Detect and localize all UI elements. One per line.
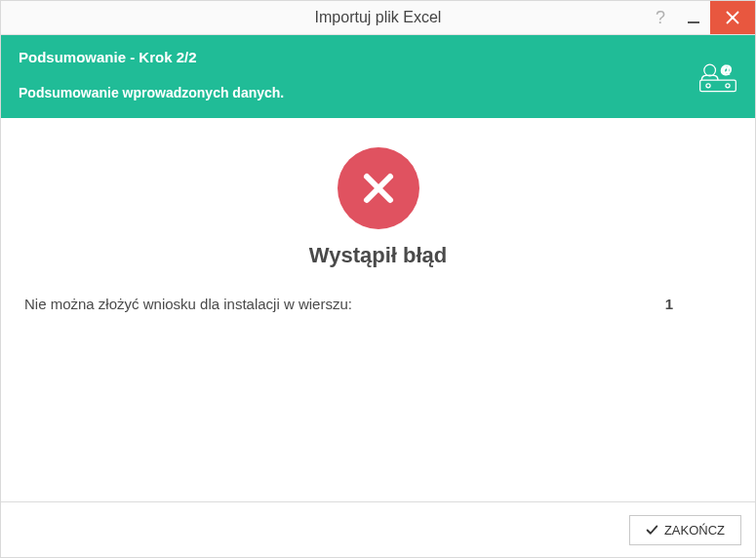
svg-point-3 <box>704 64 716 76</box>
minimize-icon <box>688 21 699 23</box>
help-button[interactable]: ? <box>644 1 677 34</box>
svg-text:@: @ <box>720 62 732 75</box>
check-icon <box>646 524 658 537</box>
wizard-subtitle: Podsumowanie wprowadzonych danych. <box>19 85 737 100</box>
window-controls: ? <box>644 1 755 34</box>
svg-point-6 <box>726 83 730 87</box>
wizard-header: Podsumowanie - Krok 2/2 Podsumowanie wpr… <box>1 35 755 118</box>
svg-rect-2 <box>700 80 736 92</box>
svg-point-5 <box>706 83 710 87</box>
contact-card-icon: @ <box>698 56 737 99</box>
error-message: Nie można złożyć wniosku dla instalacji … <box>24 296 352 312</box>
window-title: Importuj plik Excel <box>1 9 755 26</box>
finish-button-label: ZAKOŃCZ <box>664 523 725 538</box>
titlebar: Importuj plik Excel ? <box>1 1 755 35</box>
error-icon <box>338 147 419 229</box>
finish-button[interactable]: ZAKOŃCZ <box>629 515 741 545</box>
close-button[interactable] <box>710 1 755 34</box>
error-detail-row: Nie można złożyć wniosku dla instalacji … <box>1 296 755 312</box>
wizard-step-title: Podsumowanie - Krok 2/2 <box>19 49 737 65</box>
minimize-button[interactable] <box>677 1 710 34</box>
footer: ZAKOŃCZ <box>1 501 755 557</box>
error-title: Wystąpił błąd <box>309 243 447 268</box>
content-area: Wystąpił błąd Nie można złożyć wniosku d… <box>1 118 755 501</box>
help-icon: ? <box>656 8 665 28</box>
dialog-window: Importuj plik Excel ? Podsumowanie - Kro… <box>0 0 756 558</box>
close-icon <box>726 11 739 24</box>
error-row-value: 1 <box>665 296 732 312</box>
